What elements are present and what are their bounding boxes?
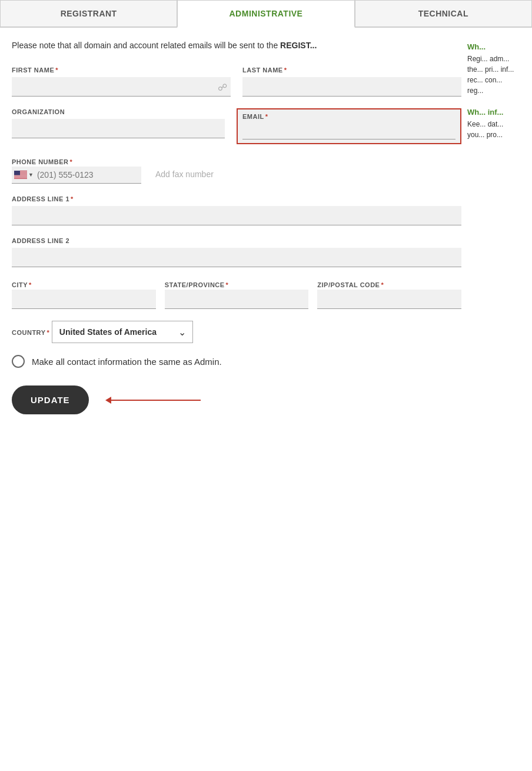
phone-group: PHONE NUMBER*	[12, 156, 141, 184]
update-button[interactable]: UPDATE	[12, 386, 89, 414]
svg-rect-5	[14, 177, 27, 177]
organization-label: ORGANIZATION	[12, 108, 225, 115]
info-heading-2: Wh... inf...	[467, 108, 520, 117]
zip-label: ZIP/POSTAL CODE*	[317, 281, 384, 288]
svg-rect-4	[14, 175, 27, 176]
svg-rect-6	[14, 178, 27, 178]
info-panel: Wh... Regi... adm... the... pri... inf..…	[467, 39, 520, 414]
org-email-row: ORGANIZATION EMAIL*	[12, 108, 461, 144]
main-content: Please note that all domain and account …	[0, 28, 532, 432]
city-required: *	[29, 281, 32, 288]
email-required: *	[265, 113, 268, 120]
country-label: COUNTRY*	[12, 329, 52, 336]
info-text-1: Regi... adm... the... pri... inf... rec.…	[467, 54, 520, 96]
last-name-label: LAST NAME*	[242, 67, 461, 74]
tab-registrant[interactable]: REGISTRANT	[0, 0, 177, 26]
flag-chevron-icon: ▼	[28, 172, 34, 178]
first-name-label: FIRST NAME*	[12, 67, 231, 74]
address1-label: ADDRESS LINE 1*	[12, 195, 461, 202]
notice-text: Please note that all domain and account …	[12, 39, 461, 52]
phone-label: PHONE NUMBER*	[12, 158, 72, 165]
arrow-indicator	[107, 400, 201, 401]
address2-section: ADDRESS LINE 2	[12, 237, 461, 267]
first-name-input[interactable]	[12, 77, 231, 97]
email-label: EMAIL*	[242, 113, 455, 120]
address1-input[interactable]	[12, 206, 461, 225]
contact-card-icon: ☍	[218, 81, 227, 92]
info-section-2: Wh... inf... Kee... dat... you... pro...	[467, 108, 520, 140]
name-row: FIRST NAME* ☍ LAST NAME*	[12, 67, 461, 97]
state-group: STATE/PROVINCE*	[165, 279, 309, 309]
country-required: *	[46, 329, 49, 336]
zip-required: *	[381, 281, 384, 288]
us-flag-icon	[14, 171, 27, 179]
email-group: EMAIL*	[237, 108, 461, 144]
country-select[interactable]: United States of America Canada United K…	[52, 321, 193, 343]
fax-placeholder[interactable]: Add fax number	[153, 170, 461, 184]
info-text-2: Kee... dat... you... pro...	[467, 119, 520, 140]
tab-administrative[interactable]: ADMINISTRATIVE	[177, 0, 354, 28]
first-name-wrapper: ☍	[12, 77, 231, 97]
notice-prefix: Please note that all domain and account …	[12, 41, 280, 50]
city-input[interactable]	[12, 290, 156, 309]
state-label: STATE/PROVINCE*	[165, 281, 229, 288]
last-name-input[interactable]	[242, 77, 461, 97]
tabs-bar: REGISTRANT ADMINISTRATIVE TECHNICAL	[0, 0, 532, 28]
info-section-1: Wh... Regi... adm... the... pri... inf..…	[467, 42, 520, 96]
country-select-wrapper: United States of America Canada United K…	[52, 321, 193, 343]
first-name-required: *	[55, 67, 58, 74]
city-group: CITY*	[12, 279, 156, 309]
form-container: Please note that all domain and account …	[12, 39, 461, 414]
organization-input[interactable]	[12, 119, 225, 138]
phone-fax-row: PHONE NUMBER*	[12, 156, 461, 184]
arrow-head-icon	[105, 397, 111, 404]
address1-required: *	[71, 195, 74, 202]
address2-label: ADDRESS LINE 2	[12, 237, 461, 244]
same-as-admin-label: Make all contact information the same as…	[32, 357, 222, 367]
last-name-required: *	[284, 67, 287, 74]
phone-required: *	[69, 158, 72, 165]
flag-selector[interactable]: ▼	[14, 171, 34, 179]
email-input[interactable]	[242, 124, 455, 139]
same-as-admin-radio[interactable]	[12, 355, 25, 368]
state-input[interactable]	[165, 290, 309, 309]
tab-technical[interactable]: TECHNICAL	[355, 0, 532, 26]
city-label: CITY*	[12, 281, 32, 288]
same-as-admin-row: Make all contact information the same as…	[12, 355, 461, 368]
zip-group: ZIP/POSTAL CODE*	[317, 279, 461, 309]
city-state-zip-row: CITY* STATE/PROVINCE* ZIP/POSTAL CODE*	[12, 279, 461, 309]
first-name-group: FIRST NAME* ☍	[12, 67, 231, 97]
address2-input[interactable]	[12, 248, 461, 267]
state-required: *	[226, 281, 229, 288]
svg-rect-7	[14, 171, 20, 175]
notice-highlight: REGIST...	[280, 41, 317, 50]
organization-group: ORGANIZATION	[12, 108, 225, 144]
phone-input[interactable]	[37, 170, 140, 180]
info-heading-1: Wh...	[467, 42, 520, 51]
update-row: UPDATE	[12, 386, 461, 414]
phone-input-wrapper: ▼	[12, 167, 141, 184]
zip-input[interactable]	[317, 290, 461, 309]
country-section: COUNTRY* United States of America Canada…	[12, 321, 461, 343]
last-name-group: LAST NAME*	[242, 67, 461, 97]
arrow-line	[107, 400, 201, 401]
address1-section: ADDRESS LINE 1*	[12, 195, 461, 225]
